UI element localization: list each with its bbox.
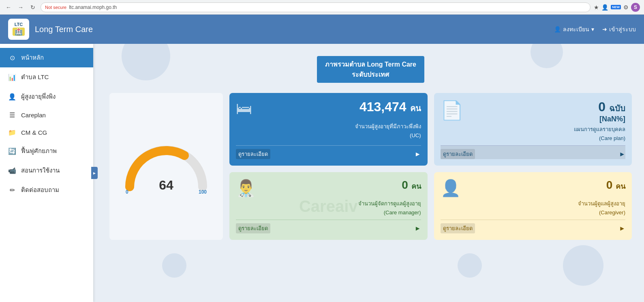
gauge-value: 64: [159, 178, 173, 193]
reload-button[interactable]: ↻: [28, 3, 37, 12]
card-header-row-4: 👤 0 คน: [441, 179, 626, 198]
chevron-down-icon: ▾: [591, 26, 594, 32]
careplan-percent: [NaN%]: [598, 115, 625, 123]
content-area: ภาพรวมตำบล Long Term Care ระดับประเทศ 64…: [93, 44, 644, 302]
caregiver-card: 👤 0 คน จำนวนผู้ดูแลผู้สูงอายุ (Caregiver…: [434, 172, 632, 240]
sidebar-toggle[interactable]: ►: [91, 167, 98, 179]
profile-button[interactable]: 👤: [601, 4, 608, 11]
careplan-count-card: 📄 0 ฉบับ [NaN%] แผนการดูแลรายบุคคล (Care…: [434, 93, 632, 166]
extensions-button[interactable]: ⚙: [623, 4, 629, 11]
section-header: ภาพรวมตำบล Long Term Care ระดับประเทศ: [109, 56, 632, 83]
header-actions: 👤 ลงทะเบียน ▾ ➜ เข้าสู่ระบบ: [554, 25, 636, 34]
elderly-sub-label: (UC): [236, 132, 421, 138]
dashboard-grid: 64 0 100 🛏 413,474 คน จำน: [109, 93, 632, 240]
sidebar-item-cmcg[interactable]: 📁 CM & CG: [0, 124, 93, 141]
app-title: Long Term Care: [35, 25, 93, 34]
elderly-count-card: 🛏 413,474 คน จำนวนผู้สูงอายุที่มีภาวะพึ่…: [229, 93, 428, 166]
card-header-row-2: 📄 0 ฉบับ [NaN%]: [441, 99, 626, 123]
arrow-right-icon-2: ►: [619, 151, 625, 158]
refresh-icon: 🔄: [8, 147, 16, 155]
stat-numbers-3: 0 คน: [402, 179, 421, 192]
sidebar-item-contact[interactable]: ✏ ติดต่อสอบถาม: [0, 180, 93, 200]
arrow-right-icon-4: ►: [619, 225, 625, 232]
document-icon: 📄: [441, 99, 463, 121]
caregiver-detail-link[interactable]: ดูรายละเอียด: [441, 223, 475, 233]
care-manager-icon: 👨‍⚕️: [236, 179, 256, 198]
user-icon: 👤: [554, 26, 561, 32]
gauge-container: 64 0 100: [122, 140, 211, 193]
card-footer: ดูรายละเอียด ►: [236, 145, 421, 159]
sidebar-item-elderly[interactable]: 👤 ผู้สูงอายุพึ่งพิง: [0, 87, 93, 106]
login-button[interactable]: ➜ เข้าสู่ระบบ: [602, 25, 636, 34]
app-header: LTC 🏥 Long Term Care 👤 ลงทะเบียน ▾ ➜ เข้…: [0, 15, 644, 44]
care-manager-detail-link[interactable]: ดูรายละเอียด: [236, 223, 270, 233]
new-badge: NEW: [611, 5, 621, 9]
elderly-number: 413,474 คน: [359, 99, 421, 115]
main-layout: ⊙ หน้าหลัก 📊 ตำบล LTC 👤 ผู้สูงอายุพึ่งพิ…: [0, 44, 644, 302]
stat-numbers-4: 0 คน: [606, 179, 625, 192]
folder-icon: 📁: [8, 129, 16, 136]
gauge-card: 64 0 100: [109, 93, 223, 240]
bookmark-button[interactable]: ★: [594, 4, 599, 11]
careplan-label: แผนการดูแลรายบุคคล: [441, 125, 626, 134]
sidebar-item-ltc-stats[interactable]: 📊 ตำบล LTC: [0, 67, 93, 87]
list-icon: ☰: [8, 111, 16, 119]
browser-bar: ← → ↻ Not secure ltc.anamai.moph.go.th ★…: [0, 0, 644, 15]
gauge-max: 100: [199, 189, 207, 195]
url-text: ltc.anamai.moph.go.th: [69, 4, 117, 10]
caregiver-label: จำนวนผู้ดูแลผู้สูงอายุ: [441, 199, 626, 208]
card-footer-2: ดูรายละเอียด ►: [441, 145, 626, 159]
care-manager-number: 0 คน: [402, 179, 421, 192]
login-icon: ➜: [602, 26, 607, 32]
forward-button[interactable]: →: [16, 3, 25, 12]
arrow-right-icon-3: ►: [415, 225, 421, 232]
caregiver-sub-label: (Caregiver): [441, 209, 626, 216]
card-header-row-3: 👨‍⚕️ 0 คน: [236, 179, 421, 198]
careplan-detail-link[interactable]: ดูรายละเอียด: [441, 149, 475, 159]
edit-icon: ✏: [8, 186, 16, 194]
gauge-min: 0: [126, 189, 128, 195]
elderly-label: จำนวนผู้สูงอายุที่มีภาวะพึ่งพิง: [236, 122, 421, 131]
careplan-number: 0 ฉบับ: [598, 99, 625, 115]
sidebar-item-rehab[interactable]: 🔄 ฟื้นฟูศักยภาพ: [0, 141, 93, 161]
stat-numbers-2: 0 ฉบับ [NaN%]: [598, 99, 625, 123]
register-button[interactable]: 👤 ลงทะเบียน ▾: [554, 25, 594, 34]
arrow-right-icon: ►: [415, 151, 421, 158]
stat-numbers: 413,474 คน: [359, 99, 421, 115]
watermark-text: Careaiv: [299, 197, 358, 215]
app-logo: LTC 🏥: [8, 19, 29, 40]
card-header-row: 🛏 413,474 คน: [236, 99, 421, 118]
caregiver-number: 0 คน: [606, 179, 625, 192]
home-icon: ⊙: [8, 54, 16, 62]
sidebar-item-careplan[interactable]: ☰ Careplan: [0, 106, 93, 124]
elderly-detail-link[interactable]: ดูรายละเอียด: [236, 149, 270, 159]
caregiver-icon: 👤: [441, 179, 461, 198]
sidebar: ⊙ หน้าหลัก 📊 ตำบล LTC 👤 ผู้สูงอายุพึ่งพิ…: [0, 44, 93, 302]
user-avatar: S: [631, 3, 640, 12]
chart-icon: 📊: [8, 73, 16, 81]
person-icon: 👤: [8, 93, 16, 101]
sidebar-item-tutorial[interactable]: 📹 สอนการใช้งาน: [0, 161, 93, 180]
card-footer-4: ดูรายละเอียด ►: [441, 220, 626, 233]
careplan-sub-label: (Care plan): [441, 135, 626, 141]
care-manager-card: Careaiv 👨‍⚕️ 0 คน จำนวนผู้จัดการดูแลผู้ส…: [229, 172, 428, 240]
video-icon: 📹: [8, 167, 16, 175]
back-button[interactable]: ←: [4, 3, 13, 12]
address-bar[interactable]: Not secure ltc.anamai.moph.go.th: [41, 2, 591, 12]
card-footer-3: ดูรายละเอียด ►: [236, 220, 421, 233]
section-title: ภาพรวมตำบล Long Term Care ระดับประเทศ: [317, 56, 424, 83]
browser-actions: ★ 👤 NEW ⚙ S: [594, 3, 640, 12]
bed-icon: 🛏: [236, 99, 252, 118]
not-secure-label: Not secure: [45, 5, 66, 10]
sidebar-item-home[interactable]: ⊙ หน้าหลัก: [0, 48, 93, 67]
